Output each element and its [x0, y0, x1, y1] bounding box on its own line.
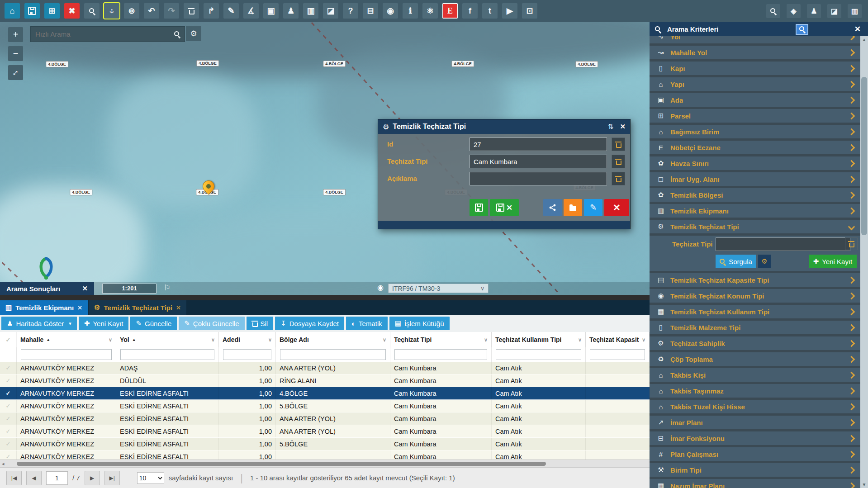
column-menu-icon[interactable]: ∨: [383, 337, 386, 343]
show-on-map-button[interactable]: ♟Haritada Göster▾: [1, 317, 77, 330]
table-row[interactable]: ✓ARNAVUTKÖY MERKEZESKİ EDİRNE ASFALTI1,0…: [0, 400, 650, 412]
table-row[interactable]: ✓ARNAVUTKÖY MERKEZESKİ EDİRNE ASFALTI1,0…: [0, 425, 650, 438]
column-menu-icon[interactable]: ∨: [484, 337, 488, 343]
collapse-button[interactable]: ✖: [64, 3, 80, 19]
sidebar-item-nazim-imar-plani[interactable]: ▦Nazım İmar Planı: [650, 479, 860, 488]
sidebar-item-plan-calismasi[interactable]: #Plan Çalışması: [650, 447, 860, 461]
sidebar-item-temizlik-techizat-kapasite-tipi[interactable]: ▤Temizlik Teçhizat Kapasite Tipi: [650, 273, 860, 287]
e-municipality-button[interactable]: E: [442, 3, 458, 19]
search-button[interactable]: [766, 4, 780, 18]
save-button[interactable]: [24, 3, 40, 19]
row-checkbox[interactable]: ✓: [0, 374, 17, 387]
sidebar-item-nobetci-eczane[interactable]: ENöbetçi Eczane: [650, 141, 860, 154]
table-row[interactable]: ✓ARNAVUTKÖY MERKEZDÜLDÜL1,00RİNG ALANICa…: [0, 374, 650, 387]
column-header-6[interactable]: Teçhizat Kullanım Tipi∨: [492, 332, 586, 347]
scroll-left-icon[interactable]: ◂: [2, 461, 5, 467]
sidebar-item-birim-tipi[interactable]: ⚒Birim Tipi: [650, 463, 860, 477]
horizontal-scrollbar[interactable]: ◂: [0, 460, 650, 468]
instagram-button[interactable]: ⊡: [522, 3, 537, 19]
panorama-button[interactable]: ▥: [303, 3, 318, 19]
search-icon[interactable]: [174, 31, 180, 37]
cancel-button[interactable]: ✕: [604, 199, 629, 216]
techizat-tipi-search-input[interactable]: [716, 237, 850, 251]
column-filter-input[interactable]: [21, 349, 112, 360]
sidebar-item-takbis-tuzel-kisi-hisse[interactable]: ⌂Takbis Tüzel Kişi Hisse: [650, 400, 860, 413]
save-button[interactable]: [470, 199, 488, 216]
sidebar-item-temizlik-bolgesi[interactable]: ✿Temizlik Bölgesi: [650, 188, 860, 202]
next-page-button[interactable]: ▶: [85, 471, 100, 485]
sidebar-item-takbis-tasinmaz[interactable]: ⌂Takbis Taşınmaz: [650, 384, 860, 398]
column-header-7[interactable]: Teçhizat Kapasit∨: [586, 332, 650, 347]
scroll-up-icon[interactable]: ▲: [860, 37, 868, 42]
help-button[interactable]: ?: [343, 3, 358, 19]
clear-techizat-tipi-button[interactable]: [612, 155, 625, 168]
aciklama-field[interactable]: [470, 172, 607, 185]
attachments-button[interactable]: [564, 199, 582, 216]
dock-icon[interactable]: ⇅: [608, 123, 614, 131]
column-header-3[interactable]: Adedi∨: [219, 332, 276, 347]
column-filter-input[interactable]: [223, 349, 271, 360]
column-menu-icon[interactable]: ∨: [642, 337, 645, 343]
youtube-button[interactable]: ▶: [502, 3, 517, 19]
sidebar-scrollbar[interactable]: ▲ ▼: [860, 36, 868, 488]
row-checkbox[interactable]: ✓: [0, 362, 17, 374]
panel-divider[interactable]: [0, 295, 650, 300]
transaction-log-button[interactable]: ▤İşlem Kütüğü: [389, 317, 450, 330]
share-button[interactable]: [543, 199, 562, 216]
dialog-title-bar[interactable]: ⚙ Temizlik Teçhizat Tipi ⇅ ✕: [378, 119, 630, 134]
sidebar-item-techizat-sahiplik[interactable]: ⚙Teçhizat Sahiplik: [650, 336, 860, 350]
scrollbar-thumb[interactable]: [861, 77, 867, 235]
table-row[interactable]: ✓ARNAVUTKÖY MERKEZESKİ EDİRNE ASFALTI1,0…: [0, 450, 650, 460]
new-record-button[interactable]: ✚Yeni Kayıt: [79, 317, 129, 330]
draw-button[interactable]: ✎: [223, 3, 239, 19]
save-to-file-button[interactable]: ↧Dosyaya Kaydet: [275, 317, 344, 330]
column-filter-input[interactable]: [394, 349, 487, 360]
multi-update-button[interactable]: ✎Çoklu Güncelle: [179, 317, 244, 330]
info-button[interactable]: ℹ: [403, 3, 418, 19]
export-button[interactable]: ↱: [204, 3, 219, 19]
column-filter-input[interactable]: [590, 349, 645, 360]
zoom-in-button[interactable]: +: [8, 27, 23, 42]
row-checkbox[interactable]: ✓: [0, 412, 17, 425]
page-number-input[interactable]: [46, 471, 68, 485]
column-header-1[interactable]: Mahalle▲∨: [17, 332, 116, 347]
table-row[interactable]: ✓ARNAVUTKÖY MERKEZESKİ EDİRNE ASFALTI1,0…: [0, 387, 650, 400]
close-icon[interactable]: ✕: [176, 304, 181, 311]
crs-target-icon[interactable]: ◉: [377, 283, 384, 292]
search-settings-button[interactable]: ⚙: [186, 26, 201, 41]
twitter-button[interactable]: t: [482, 3, 498, 19]
delete-button[interactable]: [184, 3, 199, 19]
pan-button[interactable]: ↔↕: [104, 3, 119, 19]
scroll-down-icon[interactable]: ▼: [860, 482, 868, 487]
column-menu-icon[interactable]: ∨: [578, 337, 582, 343]
update-button[interactable]: ✎Güncelle: [130, 317, 177, 330]
row-checkbox[interactable]: ✓: [0, 387, 17, 399]
table-row[interactable]: ✓ARNAVUTKÖY MERKEZESKİ EDİRNE ASFALTI1,0…: [0, 412, 650, 425]
clear-aciklama-button[interactable]: [612, 172, 625, 185]
street-view-button[interactable]: ♟: [283, 3, 299, 19]
column-filter-input[interactable]: [496, 349, 581, 360]
sidebar-item-imar-uyg-alani[interactable]: ◻İmar Uyg. Alanı: [650, 172, 860, 186]
image-button[interactable]: ◪: [323, 3, 338, 19]
last-page-button[interactable]: ▶|: [104, 471, 120, 485]
sidebar-item-temizlik-ekipmani[interactable]: ▥Temizlik Ekipmanı: [650, 204, 860, 218]
crs-select[interactable]: ITRF96 / TM30-3 ∨: [388, 284, 489, 293]
sidebar-item-mahalle-yol[interactable]: ↝Mahalle Yol: [650, 46, 860, 59]
street-view-button[interactable]: ♟: [807, 4, 821, 18]
sidebar-item-temizlik-techizat-kullanim-tipi[interactable]: ▦Temizlik Teçhizat Kullanım Tipi: [650, 305, 860, 318]
column-header-2[interactable]: Yol▲∨: [116, 332, 219, 347]
close-icon[interactable]: ✕: [82, 284, 88, 293]
tab-temizlik-techizat-tipi[interactable]: ⚙ Temizlik Teçhizat Tipi ✕: [89, 300, 186, 315]
close-icon[interactable]: ✕: [77, 304, 82, 311]
query-settings-button[interactable]: ⚙: [758, 255, 771, 268]
undo-button[interactable]: ↶: [144, 3, 159, 19]
zoom-out-button[interactable]: −: [8, 46, 23, 61]
column-header-5[interactable]: Teçhizat Tipi∨: [390, 332, 492, 347]
select-area-button[interactable]: ▣: [263, 3, 279, 19]
column-menu-icon[interactable]: ∨: [109, 337, 112, 343]
sidebar-item-bagimsiz-birim[interactable]: ⌂Bağımsız Birim: [650, 125, 860, 138]
sidebar-item-temizlik-techizat-tipi[interactable]: ⚙Temizlik Teçhizat Tipi: [650, 220, 860, 233]
previous-page-button[interactable]: ◀: [26, 471, 42, 485]
facebook-button[interactable]: f: [462, 3, 478, 19]
sidebar-item-kapi[interactable]: ▯Kapı: [650, 62, 860, 75]
